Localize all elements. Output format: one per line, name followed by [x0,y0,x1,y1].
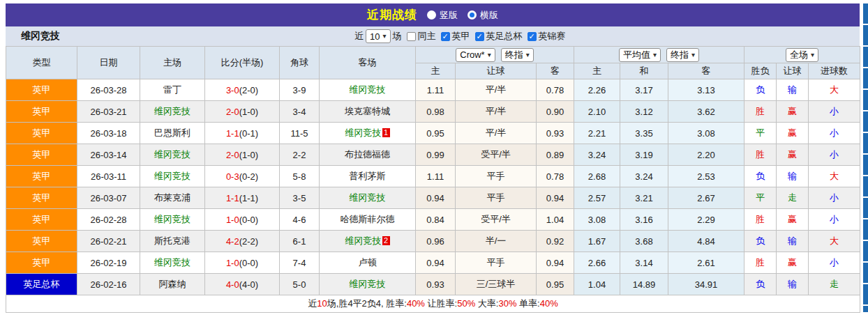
col-header-corners: 角球 [280,47,320,79]
checkbox-efl-trophy[interactable]: ✓ [527,32,537,41]
match-count-select[interactable]: 10 ▾ [366,29,391,43]
crow-away-odds-cell: 1.04 [537,209,574,231]
chevron-down-icon: ▾ [526,52,530,59]
checkbox-same-home-label[interactable]: 同主 [418,30,436,42]
checkbox-icon[interactable]: ✓ [475,32,484,41]
halftime-score: (0-1) [239,128,258,139]
handicap-result-cell: 走 [777,187,809,209]
checkbox-same-home[interactable] [407,32,416,41]
checkbox-fa-cup[interactable]: ✓ [475,32,484,41]
average-select[interactable]: 平均值 ▾ [619,48,661,62]
checkbox-efl-trophy-label[interactable]: 英锦赛 [539,30,566,42]
away-team-cell: 维冈竞技 [320,79,416,101]
away-team-cell: 哈德斯菲尔德 [320,209,416,231]
checkbox-fa-cup-label[interactable]: 英足总杯 [486,30,523,42]
goals-result-cell: 大 [809,231,860,252]
sub-header-crow-away: 客 [537,63,574,79]
crow-handicap-cell: 受平/半 [456,209,537,231]
odds-stage-select-2[interactable]: 终指 ▾ [666,48,699,62]
league-cell: 英甲 [6,209,77,231]
scope-select[interactable]: 全场 ▾ [786,48,818,62]
league-cell: 英足总杯 [6,274,77,295]
goals-result-cell: 大 [809,79,860,101]
avg-away-odds-cell: 2.20 [668,144,744,166]
avg-draw-odds-cell: 3.35 [620,123,668,144]
summary-segment: 大率: [475,298,498,309]
bookmaker-select[interactable]: Crow* ▾ [456,48,495,62]
odds-stage-select-1[interactable]: 终指 ▾ [501,48,534,62]
away-team-cell: 埃克塞特城 [320,101,416,123]
fulltime-score: 3-0 [226,85,239,95]
away-team-cell: 维冈竞技2 [320,231,416,252]
avg-home-odds-cell: 2.10 [574,101,620,123]
league-cell: 英甲 [6,123,77,144]
summary-segment: 40% [540,298,558,309]
score-cell: 1-0(0-0) [205,252,280,274]
crow-home-odds-cell: 0.84 [416,209,456,231]
crow-home-odds-cell: 0.93 [416,274,456,295]
checkbox-league-one-label[interactable]: 英甲 [452,30,470,42]
crow-away-odds-cell: 0.93 [537,123,574,144]
league-cell: 英甲 [6,79,77,101]
home-team-cell: 斯托克港 [140,231,205,252]
crow-away-odds-cell: 0.92 [537,231,574,252]
handicap-result-cell: 赢 [777,252,809,274]
odds-stage-select-1-value: 终指 [505,49,523,61]
page-title: 近期战绩 [367,7,417,23]
date-cell: 26-02-28 [77,209,140,231]
checkbox-icon[interactable]: ✓ [527,32,537,41]
avg-away-odds-cell: 2.29 [668,209,744,231]
table-row: 英甲26-03-14维冈竞技2-0(1-0)2-2布拉德福德0.99受平/半0.… [6,144,860,166]
avg-home-odds-cell: 2.68 [574,166,620,187]
checkbox-icon[interactable] [407,32,416,41]
fulltime-score: 1-1 [226,128,239,139]
games-label: 场 [393,30,402,42]
crow-handicap-cell: 平/半 [456,79,537,101]
goals-result-cell: 小 [809,187,860,209]
away-team-name: 布拉德福德 [345,149,390,160]
score-cell: 1-1(1-1) [205,187,280,209]
table-row: 英甲26-02-21斯托克港4-2(2-2)6-1维冈竞技20.96半/一0.9… [6,231,860,252]
away-team-name: 普利茅斯 [350,171,386,181]
goals-result-cell: 小 [809,101,860,123]
date-cell: 26-02-16 [77,274,140,295]
date-cell: 26-03-14 [77,144,140,166]
home-team-cell: 维冈竞技 [140,144,205,166]
fulltime-score: 2-0 [226,150,239,160]
home-team-cell: 雷丁 [140,79,205,101]
checkbox-icon[interactable]: ✓ [441,32,450,41]
col-header-type: 类型 [6,47,77,79]
goals-result-cell: 小 [809,252,860,274]
date-cell: 26-03-11 [77,166,140,187]
radio-button-icon[interactable] [467,10,477,20]
avg-draw-odds-cell: 3.12 [620,101,668,123]
odds-stage-select-2-value: 终指 [671,49,689,61]
near-label: 近 [354,30,364,42]
radio-vertical-layout[interactable]: 竖版 [427,9,458,22]
crow-home-odds-cell: 0.94 [416,252,456,274]
table-row: 英甲26-03-07布莱克浦1-1(1-1)3-5维冈竞技0.94平手0.942… [6,187,860,209]
avg-draw-odds-cell: 3.16 [620,209,668,231]
home-team-cell: 布莱克浦 [140,187,205,209]
avg-away-odds-cell: 4.84 [668,231,744,252]
score-cell: 0-3(0-2) [205,166,280,187]
crow-home-odds-cell: 0.96 [416,231,456,252]
away-team-cell: 维冈竞技 [320,274,416,295]
halftime-score: (2-0) [239,85,258,95]
summary-segment: 单率: [516,298,539,309]
corner-cell: 3-4 [280,101,320,123]
winlose-result-cell: 胜 [744,209,777,231]
away-team-cell: 维冈竞技1 [320,123,416,144]
table-row: 英甲26-02-19维冈竞技1-0(0-0)7-4卢顿0.94平手0.942.6… [6,252,860,274]
chevron-down-icon: ▾ [691,52,695,59]
summary-text: 近10场,胜4平2负4, 胜率:40% 让胜率:50% 大率:30% 单率:40… [308,298,558,309]
corner-cell: 3-5 [280,187,320,209]
checkbox-league-one[interactable]: ✓ [441,32,450,41]
sub-header-winlose: 胜负 [744,63,777,79]
winlose-result-cell: 负 [744,166,777,187]
table-row: 英甲26-03-21维冈竞技2-0(1-0)3-4埃克塞特城0.98平/半0.9… [6,101,860,123]
radio-button-icon[interactable] [427,10,436,20]
sub-header-avg-home: 主 [574,63,620,79]
away-team-cell: 普利茅斯 [320,166,416,187]
radio-horizontal-layout[interactable]: 横版 [467,9,498,22]
